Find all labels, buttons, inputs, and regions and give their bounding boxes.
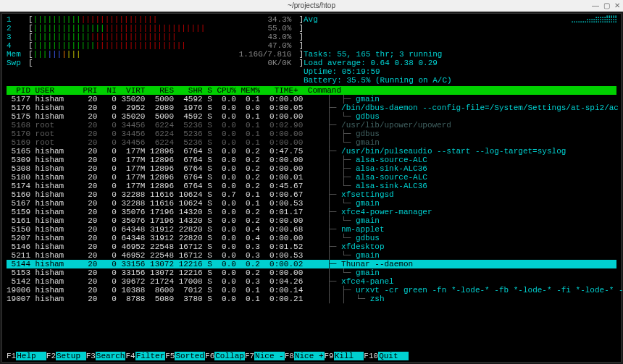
process-row[interactable]: 5159 hisham 20 0 35076 17196 14320 S 0.0… [7, 208, 616, 216]
terminal[interactable]: 1[||||||||||||||||||||||||||34.3%] 2[|||… [1, 13, 622, 363]
process-row[interactable]: 5175 hisham 20 0 35020 5000 4592 S 0.0 0… [7, 112, 616, 121]
process-row[interactable]: 5177 hisham 20 0 35020 5000 4592 S 0.0 0… [7, 95, 616, 103]
swap-meter: Swp[0K/0K] [7, 59, 304, 67]
fkey-label-F8[interactable]: Nice + [294, 352, 325, 360]
process-row[interactable]: 5168 root 20 0 34456 6224 5236 S 0.0 0.1… [7, 121, 616, 130]
cpu-sparkline: ⠀⠀⠀⠀⠀⢀⣀⣀⣀⣤⣤⣶⣶⣾⣿⣿ [547, 15, 616, 24]
fkey-F8: F8 [285, 352, 294, 360]
process-row[interactable]: 5161 hisham 20 0 35076 17196 14320 S 0.0… [7, 216, 616, 225]
tasks-line: Tasks: 55, 165 thr; 3 running [304, 50, 616, 59]
fkey-F5: F5 [165, 352, 175, 360]
fkey-label-F2[interactable]: Setup [56, 352, 86, 360]
battery-line: Battery: 35.5% (Running on A/C) [304, 76, 616, 85]
avg-label: Avg [304, 15, 318, 24]
process-row[interactable]: 5144 hisham 20 0 33156 13072 12216 S 0.0… [7, 260, 616, 268]
process-row[interactable]: 19007 hisham 20 0 8788 5080 3780 S 0.0 0… [7, 295, 616, 303]
process-list[interactable]: 5177 hisham 20 0 35020 5000 4592 S 0.0 0… [7, 95, 616, 303]
uptime-line: Uptime: 05:19:59 [304, 67, 616, 76]
function-key-bar: F1Help F2Setup F3SearchF4FilterF5SortedF… [7, 352, 616, 360]
close-icon[interactable]: ✕ [614, 1, 620, 10]
fkey-F1: F1 [7, 352, 16, 360]
window-title: ~/projects/htop [288, 1, 335, 10]
column-headers[interactable]: PID USER PRI NI VIRT RES SHR S CPU% MEM%… [7, 86, 616, 95]
fkey-F4: F4 [125, 352, 135, 360]
fkey-label-F4[interactable]: Filter [135, 352, 166, 360]
cpu-meter-4: 4[||||||||||||||||||||||||||||||||47.0%] [7, 41, 304, 50]
fkey-F6: F6 [205, 352, 214, 360]
minimize-icon[interactable]: — [592, 1, 599, 10]
fkey-label-F10[interactable]: Quit [378, 352, 409, 360]
system-info: Avg⠀⠀⠀⠀⠀⢀⣀⣀⣀⣤⣤⣶⣶⣾⣿⣿ Tasks: 55, 165 thr; … [304, 15, 616, 85]
mem-meter: Mem[||||||||||1.16G/7.81G] [7, 50, 304, 59]
process-row[interactable]: 5146 hisham 20 0 46952 22548 16712 S 0.0… [7, 242, 616, 251]
fkey-label-F6[interactable]: Collap [214, 352, 245, 360]
fkey-F2: F2 [46, 352, 56, 360]
process-row[interactable]: 5160 hisham 20 0 32288 11616 10624 S 0.7… [7, 190, 616, 199]
fkey-label-F3[interactable]: Search [96, 352, 126, 360]
process-row[interactable]: 5174 hisham 20 0 177M 12896 6764 S 0.0 0… [7, 182, 616, 190]
process-row[interactable]: 19006 hisham 20 0 10388 8600 7012 S 0.0 … [7, 286, 616, 295]
fkey-F3: F3 [86, 352, 96, 360]
process-row[interactable]: 5308 hisham 20 0 177M 12896 6764 S 0.0 0… [7, 164, 616, 173]
process-row[interactable]: 5207 hisham 20 0 64348 31912 22820 S 0.0… [7, 234, 616, 242]
process-row[interactable]: 5180 hisham 20 0 177M 12896 6764 S 0.0 0… [7, 173, 616, 182]
fkey-F7: F7 [245, 352, 254, 360]
process-row[interactable]: 5142 hisham 20 0 39672 21724 17008 S 0.0… [7, 277, 616, 286]
process-row[interactable]: 5150 hisham 20 0 64348 31912 22820 S 0.0… [7, 225, 616, 234]
loadavg-line: Load average: 0.64 0.38 0.29 [304, 59, 616, 67]
cpu-meter-1: 1[||||||||||||||||||||||||||34.3%] [7, 15, 304, 24]
process-row[interactable]: 5167 hisham 20 0 32288 11616 10624 S 0.0… [7, 199, 616, 208]
fkey-label-F1[interactable]: Help [16, 352, 46, 360]
cpu-meter-2: 2[||||||||||||||||||||||||||||||||||||55… [7, 24, 304, 33]
fkey-F10: F10 [364, 352, 378, 360]
process-row[interactable]: 5170 root 20 0 34456 6224 5236 S 0.0 0.1… [7, 130, 616, 138]
cpu-meter-3: 3[||||||||||||||||||||||||||||||43.0%] [7, 33, 304, 41]
window-titlebar: ~/projects/htop — ▢ ✕ [0, 0, 623, 12]
process-row[interactable]: 5169 root 20 0 34456 6224 5236 S 0.0 0.1… [7, 138, 616, 147]
process-row[interactable]: 5176 hisham 20 0 2952 2080 1976 S 0.0 0.… [7, 103, 616, 112]
fkey-F9: F9 [325, 352, 334, 360]
fkey-label-F5[interactable]: Sorted [175, 352, 205, 360]
process-row[interactable]: 5165 hisham 20 0 177M 12896 6764 S 0.0 0… [7, 147, 616, 156]
process-row[interactable]: 5309 hisham 20 0 177M 12896 6764 S 0.0 0… [7, 156, 616, 164]
process-row[interactable]: 5153 hisham 20 0 33156 13072 12216 S 0.0… [7, 268, 616, 277]
cpu-mem-meters: 1[||||||||||||||||||||||||||34.3%] 2[|||… [7, 15, 304, 85]
maximize-icon[interactable]: ▢ [603, 1, 610, 10]
process-row[interactable]: 5211 hisham 20 0 46952 22548 16712 S 0.0… [7, 251, 616, 260]
fkey-label-F9[interactable]: Kill [334, 352, 364, 360]
fkey-label-F7[interactable]: Nice - [254, 352, 285, 360]
